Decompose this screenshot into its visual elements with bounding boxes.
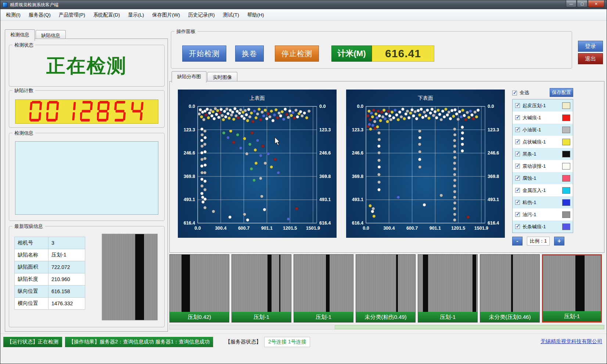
legend-checkbox[interactable] — [515, 224, 520, 229]
scatter-point — [398, 110, 401, 113]
scatter-chart-upper: 上表面0.0300.4600.7901.11201.51501.90.00.01… — [178, 90, 337, 238]
menu-item-7[interactable]: 测试(T) — [219, 10, 243, 21]
legend-item-4: 黑条-1 — [513, 148, 573, 160]
defect-thumbnail-4[interactable]: 压划-1 — [418, 254, 478, 323]
defect-thumbnail-1[interactable]: 压划-1 — [231, 254, 291, 323]
defect-thumbnail-0[interactable]: 压划0.42) — [169, 254, 229, 323]
scatter-point — [410, 108, 413, 111]
scatter-point — [204, 206, 206, 209]
scatter-point — [204, 188, 206, 191]
legend-checkbox[interactable] — [515, 200, 520, 205]
latest-defect-group: 最新瑕疵信息 相机号3缺陷名称压划-1缺陷面积722.072缺陷长度210.96… — [9, 226, 165, 327]
login-button[interactable]: 登录 — [578, 41, 603, 52]
save-config-button[interactable]: 保存配置 — [550, 88, 573, 97]
scatter-point — [449, 117, 452, 120]
plot-border — [198, 106, 317, 223]
change-roll-button[interactable]: 换卷 — [235, 46, 264, 62]
thumbnail-scrollbar-thumb[interactable] — [335, 325, 604, 329]
y-tick-label-right: 0.0 — [319, 104, 326, 109]
scatter-point — [417, 109, 420, 112]
scatter-point — [392, 116, 395, 119]
defect-thumbnail-6[interactable]: 压划-1 — [542, 254, 602, 323]
scatter-point — [378, 114, 381, 117]
thumbnail-label: 未分类(压划0.46) — [480, 312, 539, 322]
close-button[interactable]: ✕ — [588, 0, 604, 7]
scatter-point — [414, 110, 417, 113]
thumbnail-label: 未分类(粘伤0.49) — [356, 312, 415, 322]
scatter-point — [251, 120, 254, 123]
legend-item-0: 起皮压划-1 — [513, 99, 573, 112]
scatter-point — [453, 179, 456, 182]
scale-minus-button[interactable]: - — [512, 237, 522, 245]
legend-checkbox[interactable] — [515, 212, 520, 217]
defect-thumbnail-3[interactable]: 未分类(粘伤0.49) — [356, 254, 416, 323]
legend-label: 长条碱痕-1 — [522, 223, 546, 230]
select-all-checkbox[interactable] — [512, 91, 517, 95]
scatter-point — [243, 137, 246, 140]
legend-checkbox[interactable] — [515, 164, 520, 168]
start-detection-button[interactable]: 开始检测 — [182, 46, 226, 62]
legend-checkbox[interactable] — [515, 139, 520, 144]
scatter-point — [461, 126, 464, 129]
legend-checkbox[interactable] — [515, 188, 520, 193]
y-tick-label-right: 493.1 — [488, 197, 499, 202]
menu-item-1[interactable]: 服务器(Q) — [25, 10, 55, 21]
latest-defect-table: 相机号3缺陷名称压划-1缺陷面积722.072缺陷长度210.960纵向位置61… — [14, 237, 85, 310]
tab-view-0[interactable]: 缺陷分布图 — [172, 71, 206, 83]
thumbnail-row: 压划0.42)压划-1压划-1未分类(粘伤0.49)压划-1未分类(压划0.46… — [169, 254, 604, 323]
scatter-point — [452, 115, 455, 118]
scatter-point — [290, 114, 293, 117]
menu-item-6[interactable]: 历史记录(R) — [184, 10, 219, 21]
detection-info-box[interactable] — [15, 141, 158, 215]
legend-list: 起皮压划-1大碱痕-1小油斑-1点状碱痕-1黑条-1震动误报-1腐蚀-1金属压入… — [512, 99, 573, 233]
logout-button[interactable]: 退出 — [578, 53, 603, 64]
thumbnail-scrollbar[interactable] — [169, 325, 604, 330]
scatter-point — [274, 158, 277, 161]
scatter-point — [467, 116, 470, 119]
legend-label: 小油斑-1 — [522, 127, 541, 133]
scatter-point — [453, 201, 456, 204]
legend-color-swatch — [562, 175, 570, 182]
menu-item-4[interactable]: 显示(L) — [124, 10, 148, 21]
scatter-point — [267, 152, 270, 155]
menu-item-3[interactable]: 系统配置(D) — [89, 10, 124, 21]
defect-thumbnail-2[interactable]: 压划-1 — [294, 254, 353, 323]
scatter-point — [369, 128, 372, 131]
minimize-button[interactable]: — — [566, 0, 577, 7]
scatter-point — [378, 181, 381, 183]
tab-left-0[interactable]: 检测信息 — [5, 29, 35, 41]
menu-item-2[interactable]: 产品管理(P) — [55, 10, 89, 21]
scatter-point — [464, 118, 467, 121]
server-status-label: 【服务器状态】 — [225, 339, 261, 345]
x-tick-label: 600.7 — [238, 226, 249, 231]
scatter-point — [401, 108, 404, 111]
scatter-point — [453, 128, 456, 131]
menu-item-8[interactable]: 帮助(H) — [243, 10, 268, 21]
legend-color-swatch — [562, 211, 570, 218]
scale-plus-button[interactable]: + — [554, 237, 564, 245]
company-link[interactable]: 无锡精质视觉科技有限公司 — [540, 338, 602, 345]
scatter-point — [212, 110, 215, 113]
defect-thumbnail-5[interactable]: 未分类(压划0.46) — [480, 254, 540, 323]
scatter-point — [453, 207, 456, 210]
scatter-point — [225, 108, 228, 110]
stop-detection-button[interactable]: 停止检测 — [275, 46, 319, 62]
scatter-point — [251, 131, 254, 134]
scatter-point — [262, 114, 265, 117]
menu-item-5[interactable]: 保存图片(W) — [148, 10, 184, 21]
menu-item-0[interactable]: 检测(I) — [2, 10, 25, 21]
scatter-point — [438, 113, 441, 116]
scatter-point — [201, 200, 204, 203]
legend-checkbox[interactable] — [515, 115, 520, 120]
scatter-point — [453, 167, 456, 170]
scatter-point — [369, 204, 371, 207]
scatter-point — [406, 110, 409, 113]
maximize-button[interactable]: ▢ — [577, 0, 588, 7]
legend-checkbox[interactable] — [515, 176, 520, 181]
legend-checkbox[interactable] — [515, 127, 520, 132]
scatter-point — [260, 195, 263, 198]
legend-checkbox[interactable] — [515, 152, 520, 156]
defect-count-group: 缺陷计数 — [9, 90, 165, 128]
y-tick-label-left: 123.3 — [184, 127, 195, 132]
legend-checkbox[interactable] — [515, 103, 520, 108]
